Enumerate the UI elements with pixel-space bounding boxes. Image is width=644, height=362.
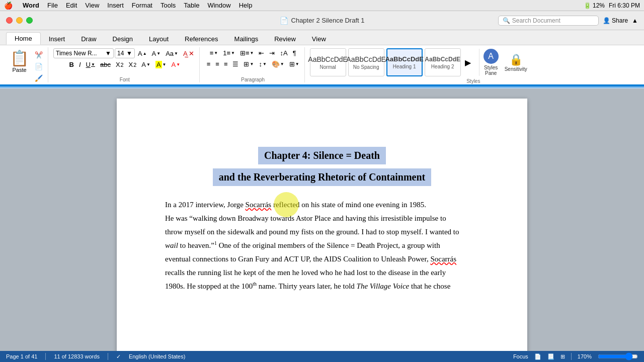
tab-design[interactable]: Design — [105, 33, 141, 45]
change-case-button[interactable]: Aa▼ — [164, 49, 180, 58]
window-controls — [6, 17, 33, 24]
multilevel-list-button[interactable]: ⊞≡▼ — [238, 48, 256, 58]
layout-view-2[interactable]: 📃 — [547, 353, 554, 360]
text-effects-button[interactable]: A▼ — [139, 60, 152, 69]
font-color-button[interactable]: A▼ — [169, 60, 182, 69]
clock: Fri 6:30 PM — [609, 2, 640, 9]
decrease-indent-button[interactable]: ⇤ — [257, 48, 266, 58]
styles-label: Styles — [310, 77, 637, 84]
borders-button[interactable]: ⊞▼ — [287, 59, 301, 69]
status-separator-1 — [45, 353, 46, 360]
paragraph-label: Paragraph — [205, 76, 301, 82]
ribbon-toolbar: 📋 Paste ✂️ 📄 🖌️ Clipboard Times New R... — [0, 45, 644, 85]
align-center-button[interactable]: ≡ — [213, 59, 221, 69]
superscript-th: th — [253, 281, 257, 287]
menu-edit[interactable]: Edit — [66, 2, 77, 9]
format-painter-button[interactable]: 🖌️ — [33, 73, 45, 83]
paragraph-1: In a 2017 interview, Jorge Socarrás refl… — [165, 198, 479, 212]
document-area[interactable]: Chapter 4: Silence = Death and the Rever… — [0, 88, 644, 351]
copy-button[interactable]: 📄 — [33, 62, 45, 71]
highlight-color-button[interactable]: A▼ — [153, 60, 169, 69]
styles-top: AaBbCcDdE Normal AaBbCcDdE No Spacing Aa… — [310, 47, 527, 77]
columns-button[interactable]: ⊞▼ — [242, 59, 256, 69]
layout-view-3[interactable]: ⊞ — [560, 353, 565, 360]
app-name: Word — [23, 2, 39, 9]
tab-draw[interactable]: Draw — [73, 33, 104, 45]
styles-pane-label: StylesPane — [484, 65, 498, 76]
tab-mailings[interactable]: Mailings — [226, 33, 267, 45]
paragraph-2: He was “walking down Broadway towards As… — [165, 212, 479, 225]
focus-button[interactable]: Focus — [513, 353, 528, 359]
cut-button[interactable]: ✂️ — [33, 50, 45, 60]
paragraph-4: wail to heaven.”1 One of the original me… — [165, 239, 479, 252]
shading-button[interactable]: 🎨▼ — [270, 59, 286, 69]
menu-format[interactable]: Format — [132, 2, 152, 9]
paste-button[interactable]: 📋 Paste — [7, 48, 32, 74]
paragraph-row-2: ≡ ≡ ≡ ☰ ⊞▼ ↕▼ 🎨▼ ⊞▼ — [205, 59, 301, 69]
font-family-dropdown[interactable]: Times New R... ▼ — [53, 48, 114, 58]
tab-view[interactable]: View — [304, 33, 334, 45]
show-formatting-button[interactable]: ¶ — [291, 48, 298, 58]
tab-insert[interactable]: Insert — [41, 33, 73, 45]
tab-review[interactable]: Review — [266, 33, 304, 45]
styles-pane-icon: A — [484, 49, 499, 64]
italic-button[interactable]: I — [77, 60, 83, 69]
minimize-button[interactable] — [16, 17, 23, 24]
subscript-button[interactable]: X2 — [114, 60, 126, 69]
village-voice-italic: The Village Voice — [357, 282, 410, 290]
clipboard-top: 📋 Paste ✂️ 📄 🖌️ — [7, 47, 45, 84]
align-right-button[interactable]: ≡ — [222, 59, 230, 69]
menu-bar-right: 🔋 12% Fri 6:30 PM — [584, 2, 640, 9]
style-normal[interactable]: AaBbCcDdE Normal — [310, 48, 346, 76]
close-button[interactable] — [6, 17, 13, 24]
numbering-button[interactable]: 1≡▼ — [221, 48, 237, 58]
apple-menu[interactable]: 🍎 — [4, 2, 13, 10]
footnote-1: 1 — [214, 240, 217, 246]
increase-font-button[interactable]: A▲ — [136, 49, 149, 58]
increase-indent-button[interactable]: ⇥ — [267, 48, 277, 58]
document-page: Chapter 4: Silence = Death and the Rever… — [117, 99, 527, 351]
proofing-icon: ✓ — [116, 353, 121, 360]
menu-window[interactable]: Window — [207, 2, 230, 9]
layout-view-1[interactable]: 📄 — [534, 353, 541, 360]
style-heading2[interactable]: AaBbCcDdE Heading 2 — [425, 48, 461, 76]
style-no-spacing[interactable]: AaBbCcDdE No Spacing — [348, 48, 384, 76]
tab-references[interactable]: References — [177, 33, 226, 45]
sensitivity-area: 🔒 Sensitivity — [505, 53, 527, 72]
mac-menu-bar: 🍎 Word File Edit View Insert Format Tool… — [0, 0, 644, 11]
size-arrow: ▼ — [126, 50, 132, 57]
styles-pane-area: A StylesPane — [479, 49, 499, 76]
share-button[interactable]: 👤 Share — [603, 17, 628, 24]
clear-formatting-button[interactable]: A̲✕ — [181, 49, 196, 58]
style-heading1[interactable]: AaBbCcDdE Heading 1 — [386, 48, 423, 76]
page-count: Page 1 of 41 — [6, 353, 37, 359]
sort-button[interactable]: ↕A — [278, 48, 289, 58]
menu-view[interactable]: View — [85, 2, 99, 9]
font-size-input[interactable]: 14 ▼ — [115, 48, 135, 58]
paragraph-top: ≡▼ 1≡▼ ⊞≡▼ ⇤ ⇥ ↕A ¶ ≡ ≡ ≡ ☰ ⊞▼ ↕▼ 🎨▼ ⊞▼ — [205, 47, 301, 76]
tab-home[interactable]: Home — [6, 32, 41, 45]
search-document-input[interactable]: 🔍 Search Document — [498, 16, 599, 26]
bullets-button[interactable]: ≡▼ — [208, 48, 220, 58]
styles-expand-button[interactable]: ▶ — [463, 57, 473, 68]
collapse-icon[interactable]: ▲ — [632, 17, 638, 24]
menu-file[interactable]: File — [47, 2, 58, 9]
maximize-button[interactable] — [26, 17, 33, 24]
menu-tools[interactable]: Tools — [160, 2, 176, 9]
menu-insert[interactable]: Insert — [107, 2, 124, 9]
menu-help[interactable]: Help — [239, 2, 253, 9]
underline-button[interactable]: U▼ — [84, 60, 97, 69]
justify-button[interactable]: ☰ — [230, 59, 240, 69]
tab-layout[interactable]: Layout — [141, 33, 177, 45]
strikethrough-button[interactable]: abc — [98, 60, 113, 69]
bold-button[interactable]: B — [67, 60, 76, 69]
decrease-font-button[interactable]: A▼ — [150, 49, 163, 58]
search-icon: 🔍 — [503, 17, 510, 24]
superscript-button[interactable]: X2 — [127, 60, 139, 69]
font-row-1: Times New R... ▼ 14 ▼ A▲ A▼ Aa▼ A̲✕ — [53, 48, 196, 58]
line-spacing-button[interactable]: ↕▼ — [257, 59, 268, 69]
zoom-slider[interactable] — [598, 352, 638, 360]
menu-table[interactable]: Table — [184, 2, 199, 9]
paragraph-7: 1980s. He stopped at the 100th name. Thi… — [165, 280, 479, 293]
align-left-button[interactable]: ≡ — [205, 59, 213, 69]
